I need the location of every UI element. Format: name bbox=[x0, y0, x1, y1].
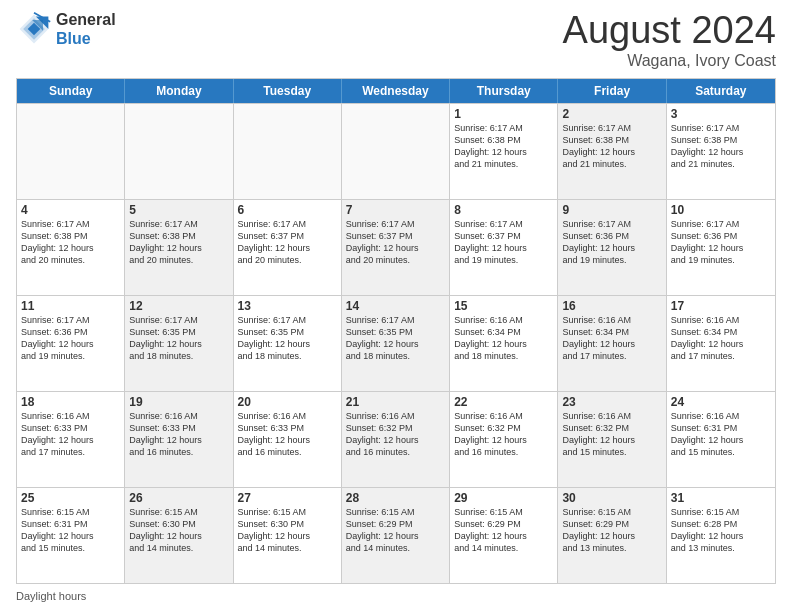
calendar-row: 11Sunrise: 6:17 AM Sunset: 6:36 PM Dayli… bbox=[17, 295, 775, 391]
day-info: Sunrise: 6:16 AM Sunset: 6:34 PM Dayligh… bbox=[562, 314, 661, 363]
day-number: 14 bbox=[346, 299, 445, 313]
calendar-cell: 19Sunrise: 6:16 AM Sunset: 6:33 PM Dayli… bbox=[125, 392, 233, 487]
day-info: Sunrise: 6:17 AM Sunset: 6:38 PM Dayligh… bbox=[562, 122, 661, 171]
day-number: 18 bbox=[21, 395, 120, 409]
calendar: SundayMondayTuesdayWednesdayThursdayFrid… bbox=[16, 78, 776, 584]
calendar-cell: 21Sunrise: 6:16 AM Sunset: 6:32 PM Dayli… bbox=[342, 392, 450, 487]
day-of-week-header: Thursday bbox=[450, 79, 558, 103]
day-number: 24 bbox=[671, 395, 771, 409]
calendar-body: 1Sunrise: 6:17 AM Sunset: 6:38 PM Daylig… bbox=[17, 103, 775, 583]
day-of-week-header: Monday bbox=[125, 79, 233, 103]
day-info: Sunrise: 6:16 AM Sunset: 6:32 PM Dayligh… bbox=[562, 410, 661, 459]
day-number: 30 bbox=[562, 491, 661, 505]
day-info: Sunrise: 6:16 AM Sunset: 6:34 PM Dayligh… bbox=[671, 314, 771, 363]
day-info: Sunrise: 6:15 AM Sunset: 6:30 PM Dayligh… bbox=[238, 506, 337, 555]
day-info: Sunrise: 6:17 AM Sunset: 6:37 PM Dayligh… bbox=[454, 218, 553, 267]
day-info: Sunrise: 6:17 AM Sunset: 6:36 PM Dayligh… bbox=[562, 218, 661, 267]
day-info: Sunrise: 6:16 AM Sunset: 6:31 PM Dayligh… bbox=[671, 410, 771, 459]
calendar-cell: 26Sunrise: 6:15 AM Sunset: 6:30 PM Dayli… bbox=[125, 488, 233, 583]
day-number: 19 bbox=[129, 395, 228, 409]
title-block: August 2024 Wagana, Ivory Coast bbox=[563, 10, 776, 70]
day-number: 13 bbox=[238, 299, 337, 313]
calendar-cell: 23Sunrise: 6:16 AM Sunset: 6:32 PM Dayli… bbox=[558, 392, 666, 487]
calendar-row: 4Sunrise: 6:17 AM Sunset: 6:38 PM Daylig… bbox=[17, 199, 775, 295]
calendar-cell: 8Sunrise: 6:17 AM Sunset: 6:37 PM Daylig… bbox=[450, 200, 558, 295]
calendar-cell: 20Sunrise: 6:16 AM Sunset: 6:33 PM Dayli… bbox=[234, 392, 342, 487]
calendar-cell: 1Sunrise: 6:17 AM Sunset: 6:38 PM Daylig… bbox=[450, 104, 558, 199]
day-info: Sunrise: 6:17 AM Sunset: 6:36 PM Dayligh… bbox=[21, 314, 120, 363]
logo: General Blue bbox=[16, 10, 116, 48]
day-number: 3 bbox=[671, 107, 771, 121]
day-number: 6 bbox=[238, 203, 337, 217]
page: General Blue August 2024 Wagana, Ivory C… bbox=[0, 0, 792, 612]
day-number: 20 bbox=[238, 395, 337, 409]
day-info: Sunrise: 6:17 AM Sunset: 6:35 PM Dayligh… bbox=[346, 314, 445, 363]
day-info: Sunrise: 6:15 AM Sunset: 6:29 PM Dayligh… bbox=[454, 506, 553, 555]
calendar-row: 25Sunrise: 6:15 AM Sunset: 6:31 PM Dayli… bbox=[17, 487, 775, 583]
calendar-cell: 22Sunrise: 6:16 AM Sunset: 6:32 PM Dayli… bbox=[450, 392, 558, 487]
calendar-cell: 13Sunrise: 6:17 AM Sunset: 6:35 PM Dayli… bbox=[234, 296, 342, 391]
title-location: Wagana, Ivory Coast bbox=[563, 52, 776, 70]
day-number: 29 bbox=[454, 491, 553, 505]
calendar-cell: 9Sunrise: 6:17 AM Sunset: 6:36 PM Daylig… bbox=[558, 200, 666, 295]
logo-text: General Blue bbox=[56, 10, 116, 48]
calendar-cell: 5Sunrise: 6:17 AM Sunset: 6:38 PM Daylig… bbox=[125, 200, 233, 295]
day-number: 27 bbox=[238, 491, 337, 505]
day-number: 15 bbox=[454, 299, 553, 313]
day-number: 25 bbox=[21, 491, 120, 505]
day-of-week-header: Wednesday bbox=[342, 79, 450, 103]
calendar-cell: 29Sunrise: 6:15 AM Sunset: 6:29 PM Dayli… bbox=[450, 488, 558, 583]
day-info: Sunrise: 6:16 AM Sunset: 6:34 PM Dayligh… bbox=[454, 314, 553, 363]
day-info: Sunrise: 6:15 AM Sunset: 6:31 PM Dayligh… bbox=[21, 506, 120, 555]
day-number: 8 bbox=[454, 203, 553, 217]
day-number: 7 bbox=[346, 203, 445, 217]
day-info: Sunrise: 6:16 AM Sunset: 6:33 PM Dayligh… bbox=[21, 410, 120, 459]
calendar-cell: 25Sunrise: 6:15 AM Sunset: 6:31 PM Dayli… bbox=[17, 488, 125, 583]
day-number: 4 bbox=[21, 203, 120, 217]
day-info: Sunrise: 6:17 AM Sunset: 6:38 PM Dayligh… bbox=[671, 122, 771, 171]
day-info: Sunrise: 6:17 AM Sunset: 6:35 PM Dayligh… bbox=[238, 314, 337, 363]
calendar-cell: 30Sunrise: 6:15 AM Sunset: 6:29 PM Dayli… bbox=[558, 488, 666, 583]
calendar-cell: 3Sunrise: 6:17 AM Sunset: 6:38 PM Daylig… bbox=[667, 104, 775, 199]
day-info: Sunrise: 6:15 AM Sunset: 6:30 PM Dayligh… bbox=[129, 506, 228, 555]
day-of-week-header: Saturday bbox=[667, 79, 775, 103]
day-number: 2 bbox=[562, 107, 661, 121]
day-of-week-header: Tuesday bbox=[234, 79, 342, 103]
calendar-cell: 4Sunrise: 6:17 AM Sunset: 6:38 PM Daylig… bbox=[17, 200, 125, 295]
calendar-cell bbox=[342, 104, 450, 199]
day-info: Sunrise: 6:15 AM Sunset: 6:29 PM Dayligh… bbox=[562, 506, 661, 555]
day-number: 28 bbox=[346, 491, 445, 505]
calendar-cell: 28Sunrise: 6:15 AM Sunset: 6:29 PM Dayli… bbox=[342, 488, 450, 583]
calendar-row: 18Sunrise: 6:16 AM Sunset: 6:33 PM Dayli… bbox=[17, 391, 775, 487]
calendar-header: SundayMondayTuesdayWednesdayThursdayFrid… bbox=[17, 79, 775, 103]
calendar-cell: 15Sunrise: 6:16 AM Sunset: 6:34 PM Dayli… bbox=[450, 296, 558, 391]
title-month: August 2024 bbox=[563, 10, 776, 52]
day-number: 31 bbox=[671, 491, 771, 505]
day-info: Sunrise: 6:16 AM Sunset: 6:33 PM Dayligh… bbox=[238, 410, 337, 459]
calendar-cell: 10Sunrise: 6:17 AM Sunset: 6:36 PM Dayli… bbox=[667, 200, 775, 295]
calendar-cell: 6Sunrise: 6:17 AM Sunset: 6:37 PM Daylig… bbox=[234, 200, 342, 295]
calendar-cell bbox=[125, 104, 233, 199]
calendar-cell: 24Sunrise: 6:16 AM Sunset: 6:31 PM Dayli… bbox=[667, 392, 775, 487]
calendar-cell: 27Sunrise: 6:15 AM Sunset: 6:30 PM Dayli… bbox=[234, 488, 342, 583]
day-of-week-header: Friday bbox=[558, 79, 666, 103]
logo-icon bbox=[16, 11, 52, 47]
calendar-cell: 18Sunrise: 6:16 AM Sunset: 6:33 PM Dayli… bbox=[17, 392, 125, 487]
day-number: 5 bbox=[129, 203, 228, 217]
calendar-cell bbox=[17, 104, 125, 199]
day-number: 9 bbox=[562, 203, 661, 217]
day-info: Sunrise: 6:15 AM Sunset: 6:29 PM Dayligh… bbox=[346, 506, 445, 555]
day-info: Sunrise: 6:16 AM Sunset: 6:32 PM Dayligh… bbox=[346, 410, 445, 459]
day-info: Sunrise: 6:17 AM Sunset: 6:35 PM Dayligh… bbox=[129, 314, 228, 363]
day-info: Sunrise: 6:17 AM Sunset: 6:38 PM Dayligh… bbox=[454, 122, 553, 171]
day-number: 10 bbox=[671, 203, 771, 217]
header: General Blue August 2024 Wagana, Ivory C… bbox=[16, 10, 776, 70]
day-info: Sunrise: 6:17 AM Sunset: 6:36 PM Dayligh… bbox=[671, 218, 771, 267]
day-of-week-header: Sunday bbox=[17, 79, 125, 103]
day-number: 16 bbox=[562, 299, 661, 313]
calendar-cell: 2Sunrise: 6:17 AM Sunset: 6:38 PM Daylig… bbox=[558, 104, 666, 199]
day-info: Sunrise: 6:16 AM Sunset: 6:33 PM Dayligh… bbox=[129, 410, 228, 459]
day-number: 12 bbox=[129, 299, 228, 313]
calendar-cell: 12Sunrise: 6:17 AM Sunset: 6:35 PM Dayli… bbox=[125, 296, 233, 391]
day-number: 21 bbox=[346, 395, 445, 409]
